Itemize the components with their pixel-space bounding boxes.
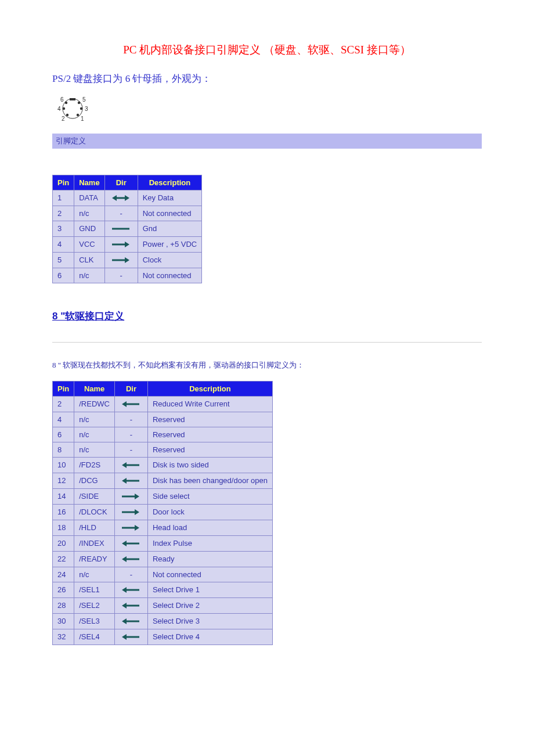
right-arrow-icon [120,523,143,532]
svg-marker-29 [135,494,139,499]
svg-text:5: 5 [82,96,86,103]
floppy-pin-table: Pin Name Dir Description 2/REDWCReduced … [52,381,273,645]
svg-point-2 [65,102,67,104]
table-row: 3GNDGnd [53,221,202,236]
cell-dir [104,221,138,236]
cell-name: /REDWC [74,396,115,412]
cell-dir: - [114,567,147,582]
cell-pin: 4 [53,236,74,252]
cell-description: Select Drive 2 [147,597,272,613]
table-row: 22/READYReady [53,551,273,567]
left-arrow-icon [120,601,143,610]
cell-dir [114,504,147,520]
cell-pin: 32 [53,629,74,645]
table-row: 30/SEL3Select Drive 3 [53,613,273,629]
cell-description: Index Pulse [147,535,272,551]
left-arrow-icon [120,460,143,470]
cell-description: Reserved [147,427,272,442]
cell-description: Ready [147,551,272,567]
cell-pin: 5 [53,252,74,268]
table-row: 20/INDEXIndex Pulse [53,535,273,551]
svg-text:1: 1 [81,116,84,122]
cell-dir: - [114,412,147,427]
right-arrow-icon [110,240,133,249]
table-row: 16/DLOCKDoor lock [53,504,273,520]
cell-name: n/c [74,412,115,427]
both-arrow-icon [110,193,133,203]
ps2-banner: 引脚定义 [52,134,482,149]
cell-name: /DLOCK [74,504,115,520]
cell-pin: 6 [53,268,74,283]
left-arrow-icon [120,476,143,485]
col-name: Name [74,175,104,190]
cell-dir [114,597,147,613]
cell-description: Not connected [138,206,202,221]
cell-dir [114,520,147,535]
svg-marker-33 [135,525,139,531]
cell-pin: 10 [53,457,74,473]
cell-pin: 12 [53,473,74,488]
cell-pin: 6 [53,427,74,442]
none-arrow-icon: - [130,430,132,439]
cell-description: Key Data [138,190,202,206]
col-desc: Description [138,175,202,190]
divider [52,342,482,343]
cell-description: Power , +5 VDC [138,236,202,252]
svg-point-5 [80,107,82,110]
cell-description: Disk has been changed/door open [147,473,272,488]
cell-dir: - [104,268,138,283]
svg-marker-19 [125,242,129,247]
ps2-subtitle: PS/2 键盘接口为 6 针母插，外观为： [52,72,482,85]
cell-dir [114,613,147,629]
cell-name: n/c [74,427,115,442]
cell-name: n/c [74,268,104,283]
cell-pin: 30 [53,613,74,629]
col-dir: Dir [104,175,138,190]
table-row: 32/SEL4Select Drive 4 [53,629,273,645]
cell-pin: 26 [53,582,74,597]
cell-description: Select Drive 1 [147,582,272,597]
cell-pin: 4 [53,412,74,427]
table-row: 1DATAKey Data [53,190,202,206]
cell-name: /HLD [74,520,115,535]
cell-pin: 24 [53,567,74,582]
cell-name: n/c [74,442,115,457]
cell-description: Door lock [147,504,272,520]
ps2-pin-table: Pin Name Dir Description 1DATAKey Data2n… [52,175,202,283]
cell-description: Select Drive 4 [147,629,272,645]
cell-dir: - [104,206,138,221]
cell-name: /FD2S [74,457,115,473]
cell-dir [114,629,147,645]
cell-name: VCC [74,236,104,252]
svg-marker-15 [112,195,117,201]
cell-description: Reduced Write Current [147,396,272,412]
table-row: 26/SEL1Select Drive 1 [53,582,273,597]
cell-dir [114,582,147,597]
none-arrow-icon: - [130,445,132,454]
svg-marker-16 [125,195,129,201]
none-arrow-icon: - [120,209,122,218]
col-desc: Description [147,381,272,396]
cell-name: /READY [74,551,115,567]
cell-pin: 18 [53,520,74,535]
floppy-section-link[interactable]: 8 "软驱接口定义 [52,309,124,323]
none-arrow-icon: - [130,415,132,424]
svg-marker-23 [122,401,127,407]
cell-name: /SEL3 [74,613,115,629]
left-arrow-icon [120,617,143,626]
cell-description: Disk is two sided [147,457,272,473]
cell-dir: - [114,427,147,442]
cell-name: /INDEX [74,535,115,551]
table-row: 6n/c-Reserved [53,427,273,442]
cell-dir [114,535,147,551]
table-row: 8n/c-Reserved [53,442,273,457]
cell-dir [104,236,138,252]
cell-name: DATA [74,190,104,206]
svg-marker-21 [125,257,129,263]
ps2-connector-diagram: 6 5 4 3 2 1 [52,94,93,123]
right-arrow-icon [120,507,143,517]
svg-marker-37 [122,556,127,562]
svg-text:4: 4 [57,106,61,112]
cell-name: /SIDE [74,488,115,504]
cell-description: Select Drive 3 [147,613,272,629]
